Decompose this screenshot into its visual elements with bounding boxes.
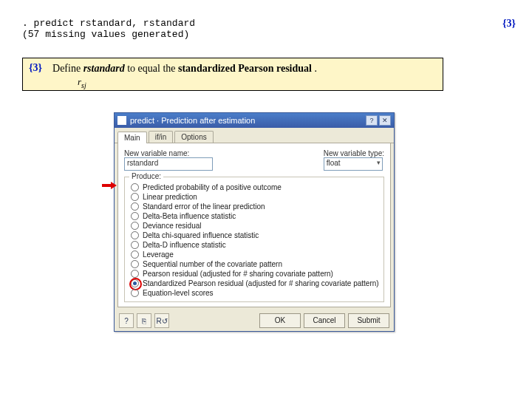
opt-deviance[interactable]: Deviance residual [131, 222, 379, 230]
opt-leverage[interactable]: Leverage [131, 250, 379, 259]
cmd-line-1: . predict rstandard, rstandard [22, 18, 195, 29]
close-icon[interactable]: ✕ [379, 115, 391, 126]
titlebar[interactable]: predict · Prediction after estimation ? … [115, 113, 394, 128]
callout-text: Define rstandard to equal the standardiz… [52, 62, 317, 90]
cancel-button[interactable]: Cancel [304, 313, 345, 328]
callout-var: rstandard [83, 63, 125, 74]
vartype-select[interactable]: float [324, 157, 383, 171]
opt-pearson[interactable]: Pearson residual (adjusted for # sharing… [131, 270, 379, 278]
help-button-icon[interactable]: ? [366, 115, 378, 126]
varname-label: New variable name: [124, 149, 213, 157]
callout-symbol: rsj [78, 76, 86, 90]
predict-dialog: predict · Prediction after estimation ? … [114, 112, 395, 332]
ok-button[interactable]: OK [259, 313, 301, 328]
reset-icon[interactable]: R↺ [154, 313, 169, 328]
help-icon[interactable]: ? [119, 313, 134, 328]
vartype-label: New variable type: [324, 149, 384, 157]
copy-icon[interactable]: ⎘ [137, 313, 151, 328]
opt-delta-beta[interactable]: Delta-Beta influence statistic [131, 212, 379, 220]
submit-button[interactable]: Submit [348, 313, 389, 328]
slide-ref: {3} [502, 18, 516, 30]
callout-post: . [312, 63, 317, 74]
produce-label: Produce: [129, 172, 163, 180]
opt-std-pearson[interactable]: Standardized Pearson residual (adjusted … [131, 279, 379, 287]
callout-mid: to equal the [125, 63, 178, 74]
dialog-body: New variable name: rstandard New variabl… [117, 143, 391, 307]
callout-bold: standardized Pearson residual [178, 63, 312, 74]
opt-predicted-prob[interactable]: Predicted probability of a positive outc… [131, 183, 379, 191]
opt-stderr[interactable]: Standard error of the linear prediction [131, 202, 379, 211]
tab-main[interactable]: Main [117, 132, 147, 143]
callout-pre: Define [52, 63, 83, 74]
app-icon [117, 116, 126, 125]
stata-command-output: . predict rstandard, rstandard (57 missi… [22, 18, 195, 40]
produce-group: Produce: Predicted probability of a posi… [124, 177, 384, 302]
tab-options[interactable]: Options [174, 131, 213, 143]
opt-eqlevel-scores[interactable]: Equation-level scores [131, 289, 379, 297]
varname-input[interactable]: rstandard [124, 157, 213, 171]
opt-linear-prediction[interactable]: Linear prediction [131, 193, 379, 201]
cmd-line-2: (57 missing values generated) [22, 29, 195, 40]
explanation-callout: {3} Define rstandard to equal the standa… [22, 58, 443, 91]
tab-ifin[interactable]: if/in [149, 131, 174, 143]
opt-delta-d[interactable]: Delta-D influence statistic [131, 241, 379, 249]
callout-number: {3} [29, 62, 42, 74]
dialog-button-bar: ? ⎘ R↺ OK Cancel Submit [115, 310, 394, 331]
opt-delta-chi2[interactable]: Delta chi-squared influence statistic [131, 231, 379, 239]
dialog-title: predict · Prediction after estimation [130, 116, 255, 125]
opt-seqnum[interactable]: Sequential number of the covariate patte… [131, 260, 379, 268]
red-arrow-icon [102, 182, 117, 189]
tab-strip: Main if/in Options [115, 128, 394, 143]
